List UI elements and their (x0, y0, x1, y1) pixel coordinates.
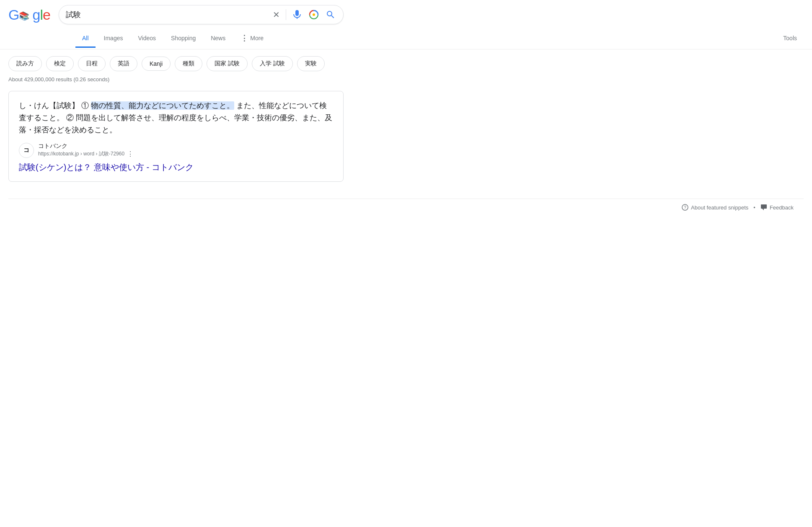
search-input[interactable]: 試験 (66, 10, 268, 19)
divider (286, 9, 286, 20)
chip-kentei[interactable]: 検定 (46, 56, 74, 71)
clear-icon: ✕ (273, 10, 280, 20)
clear-button[interactable]: ✕ (272, 9, 281, 21)
source-info: コトバンク https://kotobank.jp › word › 試験-72… (38, 142, 134, 158)
more-options-icon[interactable]: ⋮ (127, 150, 134, 158)
chip-shurui[interactable]: 種類 (175, 56, 202, 71)
chip-kanji[interactable]: Kanji (142, 57, 171, 71)
logo-doodle-icon: 📚 (19, 9, 32, 22)
logo-letter-g2: g (32, 7, 40, 23)
voice-search-button[interactable] (291, 9, 303, 21)
chip-yomikata[interactable]: 読み方 (8, 56, 42, 71)
tab-shopping[interactable]: Shopping (164, 30, 202, 48)
feedback-item: Feedback (760, 204, 794, 211)
search-bar-container: 試験 ✕ (59, 5, 344, 24)
help-icon: ? (682, 204, 688, 211)
lens-button[interactable] (308, 9, 320, 21)
tab-more[interactable]: ⋮ More (234, 28, 270, 49)
svg-rect-4 (761, 204, 767, 209)
tab-images[interactable]: Images (97, 30, 130, 48)
snippet-text-highlight: 物の性質、能力などについてためすこと。 (91, 101, 234, 110)
bottom-bar: ? About featured snippets • Feedback (8, 199, 804, 216)
logo-wordmark: G 📚 g l e (8, 7, 50, 23)
svg-marker-5 (762, 209, 764, 210)
feedback-label[interactable]: Feedback (770, 204, 794, 211)
tab-news[interactable]: News (204, 30, 232, 48)
header: G 📚 g l e 試験 ✕ (0, 0, 812, 24)
chip-nittei[interactable]: 日程 (78, 56, 106, 71)
svg-point-1 (313, 13, 315, 16)
search-icon (326, 10, 336, 20)
search-button[interactable] (325, 9, 336, 21)
source-name: コトバンク (38, 142, 134, 150)
snippet-source: コ コトバンク https://kotobank.jp › word › 試験-… (19, 142, 333, 158)
chip-eigo[interactable]: 英語 (110, 56, 137, 71)
search-icons: ✕ (272, 9, 336, 21)
about-snippets-item: ? About featured snippets (682, 204, 748, 211)
lens-icon (309, 10, 319, 20)
source-icon: コ (19, 143, 34, 158)
mic-icon (292, 10, 302, 20)
snippet-text-before: し・けん【試験】 ① (19, 101, 91, 110)
logo-letter-g: G (8, 7, 19, 23)
tab-videos[interactable]: Videos (131, 30, 163, 48)
source-url: https://kotobank.jp › word › 試験-72960 (38, 150, 124, 158)
about-snippets-label[interactable]: About featured snippets (691, 204, 748, 211)
chip-nyugaku[interactable]: 入学 試験 (252, 56, 293, 71)
google-logo[interactable]: G 📚 g l e (8, 7, 50, 23)
dot-separator: • (753, 204, 755, 211)
chips-row: 読み方 検定 日程 英語 Kanji 種類 国家 試験 入学 試験 実験 (0, 49, 812, 76)
svg-text:📚: 📚 (19, 11, 29, 21)
chip-kokka[interactable]: 国家 試験 (207, 56, 248, 71)
results-count: About 429,000,000 results (0.26 seconds) (8, 76, 804, 83)
tab-bar: All Images Videos Shopping News ⋮ More T… (0, 28, 812, 49)
more-dots-icon: ⋮ (240, 34, 248, 43)
source-url-row: https://kotobank.jp › word › 試験-72960 ⋮ (38, 150, 134, 158)
logo-letter-e: e (43, 7, 50, 23)
chip-jikken[interactable]: 実験 (297, 56, 325, 71)
tab-tools[interactable]: Tools (776, 30, 804, 48)
featured-snippet: し・けん【試験】 ① 物の性質、能力などについてためすこと。 また、性能などにつ… (8, 91, 344, 182)
result-link[interactable]: 試験(シケン)とは？ 意味や使い方 - コトバンク (19, 161, 333, 173)
search-bar: 試験 ✕ (59, 5, 344, 24)
results-area: About 429,000,000 results (0.26 seconds)… (0, 76, 812, 224)
tab-all[interactable]: All (75, 30, 96, 48)
snippet-text: し・けん【試験】 ① 物の性質、能力などについてためすこと。 また、性能などにつ… (19, 100, 333, 136)
svg-text:?: ? (684, 205, 686, 210)
feedback-icon (760, 204, 767, 211)
